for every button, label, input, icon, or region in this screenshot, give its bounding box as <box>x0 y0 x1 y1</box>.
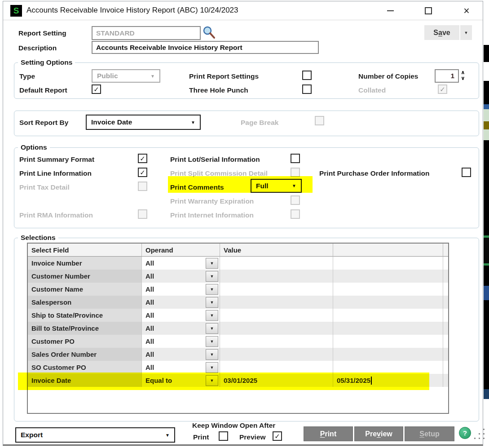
value-cell[interactable] <box>220 361 333 374</box>
maximize-button[interactable] <box>421 4 436 18</box>
description-label: Description <box>18 44 57 52</box>
report-setting-input[interactable]: STANDARD <box>92 26 201 40</box>
close-button[interactable]: × <box>459 4 474 18</box>
value2-cell[interactable] <box>333 348 443 361</box>
operand-cell[interactable]: All▼ <box>142 270 220 283</box>
operand-dropdown-button[interactable]: ▼ <box>206 323 218 334</box>
operand-cell[interactable]: All▼ <box>142 257 220 270</box>
chevron-down-icon: ▼ <box>210 261 214 266</box>
chevron-down-icon: ▼ <box>150 74 155 79</box>
keep-open-preview-checkbox[interactable]: ✓ <box>273 431 282 441</box>
window-title: Accounts Receivable Invoice History Repo… <box>26 6 238 15</box>
value2-cell[interactable] <box>333 335 443 348</box>
number-of-copies-label: Number of Copies <box>358 72 418 80</box>
copies-spinner[interactable]: ∧ ∨ <box>461 70 465 81</box>
operand-cell[interactable]: Equal to▼ <box>142 374 220 387</box>
lookup-icon[interactable] <box>202 25 216 40</box>
checkmark-icon: ✓ <box>440 85 445 93</box>
print-line-information-checkbox[interactable]: ✓ <box>138 168 147 177</box>
value2-cell[interactable] <box>333 309 443 322</box>
value2-cell[interactable]: 05/31/2025 <box>333 374 443 387</box>
operand-dropdown-button[interactable]: ▼ <box>206 284 218 295</box>
sort-report-by-label: Sort Report By <box>19 119 68 127</box>
operand-dropdown-button[interactable]: ▼ <box>206 362 218 373</box>
value2-cell[interactable] <box>333 361 443 374</box>
table-row: Customer Number All▼ <box>28 270 448 283</box>
select-field-cell: Invoice Date <box>28 374 142 387</box>
value2-cell[interactable] <box>333 296 443 309</box>
column-header-blank <box>333 244 443 257</box>
print-rma-information-checkbox <box>138 209 147 219</box>
print-warranty-expiration-label: Print Warranty Expiration <box>170 197 254 205</box>
minimize-button[interactable] <box>383 4 398 18</box>
number-of-copies-input[interactable]: 1 <box>435 69 459 83</box>
operand-cell[interactable]: All▼ <box>142 309 220 322</box>
print-lot-serial-information-checkbox[interactable] <box>291 154 300 163</box>
close-icon: × <box>463 5 469 17</box>
type-combo: Public▼ <box>92 69 160 83</box>
default-report-checkbox[interactable]: ✓ <box>92 84 101 94</box>
print-button[interactable]: Print <box>304 426 353 441</box>
operand-cell[interactable]: All▼ <box>142 361 220 374</box>
select-field-cell: Customer PO <box>28 335 142 348</box>
operand-cell[interactable]: All▼ <box>142 283 220 296</box>
print-comments-combo[interactable]: Full▼ <box>251 179 302 193</box>
operand-dropdown-button[interactable]: ▼ <box>206 375 218 386</box>
value-cell[interactable] <box>220 348 333 361</box>
default-report-label: Default Report <box>19 86 67 94</box>
keep-open-print-label: Print <box>193 433 209 441</box>
save-dropdown-button[interactable]: ▼ <box>460 25 472 40</box>
help-icon[interactable]: ? <box>459 427 471 439</box>
value-cell[interactable] <box>220 309 333 322</box>
preview-button[interactable]: Preview <box>354 426 403 441</box>
table-row: Salesperson All▼ <box>28 296 448 309</box>
print-tax-detail-label: Print Tax Detail <box>19 183 70 191</box>
keep-window-open-label: Keep Window Open After <box>192 421 275 430</box>
chevron-down-icon: ▼ <box>210 326 214 331</box>
operand-cell[interactable]: All▼ <box>142 335 220 348</box>
value-cell[interactable] <box>220 335 333 348</box>
three-hole-punch-checkbox[interactable] <box>302 84 312 94</box>
print-summary-format-checkbox[interactable]: ✓ <box>138 154 147 163</box>
save-button[interactable]: Save <box>424 25 459 40</box>
page-break-label: Page Break <box>241 119 278 127</box>
print-purchase-order-information-checkbox[interactable] <box>462 168 471 177</box>
print-report-settings-checkbox[interactable] <box>302 71 312 80</box>
select-field-cell: SO Customer PO <box>28 361 142 374</box>
selections-legend: Selections <box>18 234 58 242</box>
desktop-background-strip <box>484 0 489 448</box>
resize-grip[interactable] <box>474 429 486 442</box>
operand-dropdown-button[interactable]: ▼ <box>206 297 218 308</box>
value2-cell[interactable] <box>333 270 443 283</box>
text-cursor <box>371 377 372 385</box>
checkmark-icon: ✓ <box>140 155 145 163</box>
value-cell[interactable] <box>220 257 333 270</box>
operand-cell[interactable]: All▼ <box>142 348 220 361</box>
value-cell[interactable] <box>220 322 333 335</box>
sort-report-by-combo[interactable]: Invoice Date▼ <box>86 115 201 130</box>
value-cell[interactable] <box>220 270 333 283</box>
spinner-down-icon[interactable]: ∨ <box>461 75 465 81</box>
operand-dropdown-button[interactable]: ▼ <box>206 336 218 347</box>
operand-dropdown-button[interactable]: ▼ <box>206 349 218 360</box>
value2-cell[interactable] <box>333 257 443 270</box>
operand-dropdown-button[interactable]: ▼ <box>206 258 218 269</box>
checkmark-icon: ✓ <box>140 169 145 177</box>
value2-cell[interactable] <box>333 322 443 335</box>
description-input[interactable]: Accounts Receivable Invoice History Repo… <box>92 41 319 54</box>
operand-dropdown-button[interactable]: ▼ <box>206 271 218 282</box>
page-break-checkbox <box>315 116 324 125</box>
value-cell[interactable] <box>220 283 333 296</box>
value2-cell[interactable] <box>333 283 443 296</box>
operand-cell[interactable]: All▼ <box>142 322 220 335</box>
export-combo[interactable]: Export▼ <box>15 427 175 443</box>
print-report-settings-label: Print Report Settings <box>189 72 259 80</box>
keep-open-print-checkbox[interactable] <box>219 431 228 441</box>
value-cell[interactable]: 03/01/2025 <box>220 374 333 387</box>
chevron-down-icon: ▼ <box>210 378 214 383</box>
operand-cell[interactable]: All▼ <box>142 296 220 309</box>
select-field-cell: Sales Order Number <box>28 348 142 361</box>
operand-dropdown-button[interactable]: ▼ <box>206 310 218 321</box>
value-cell[interactable] <box>220 296 333 309</box>
print-summary-format-label: Print Summary Format <box>19 155 94 164</box>
